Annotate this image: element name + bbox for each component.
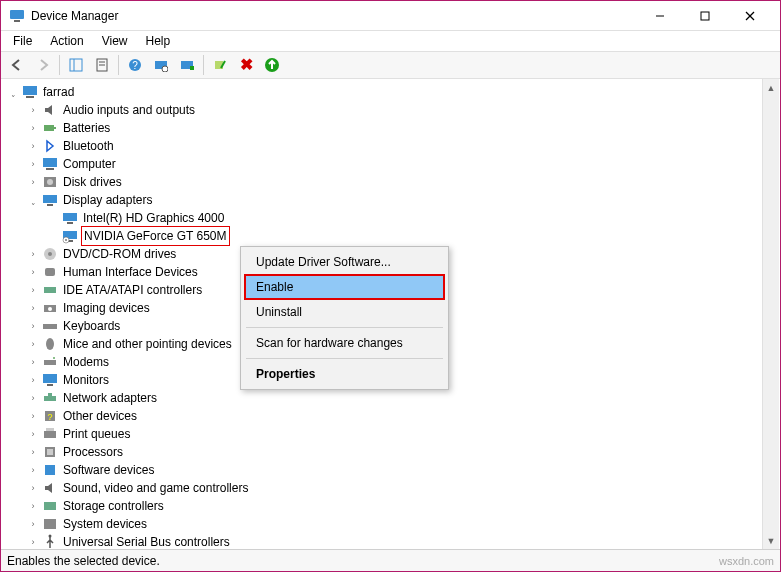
svg-rect-6 xyxy=(70,59,82,71)
expand-icon[interactable]: › xyxy=(27,284,39,296)
expand-icon[interactable]: › xyxy=(27,338,39,350)
device-category-icon: ? xyxy=(42,408,58,424)
tree-node[interactable]: ›System devices xyxy=(25,515,780,533)
device-category-icon xyxy=(42,498,58,514)
tree-node-label: Universal Serial Bus controllers xyxy=(61,533,232,549)
statusbar: Enables the selected device. wsxdn.com xyxy=(1,549,780,571)
ctx-scan-hardware[interactable]: Scan for hardware changes xyxy=(244,331,445,355)
svg-text:?: ? xyxy=(132,60,138,71)
enable-device-button[interactable] xyxy=(208,53,232,77)
expand-icon[interactable]: › xyxy=(27,392,39,404)
context-menu: Update Driver Software... Enable Uninsta… xyxy=(240,246,449,390)
tree-child-node[interactable]: ›Intel(R) HD Graphics 4000 xyxy=(45,209,780,227)
svg-rect-47 xyxy=(48,393,52,396)
device-category-icon xyxy=(42,120,58,136)
update-driver-button[interactable] xyxy=(260,53,284,77)
expand-icon[interactable]: › xyxy=(27,176,39,188)
tree-node[interactable]: ›Software devices xyxy=(25,461,780,479)
tree-node[interactable]: ›Computer xyxy=(25,155,780,173)
svg-point-57 xyxy=(49,535,52,538)
help-button[interactable]: ? xyxy=(123,53,147,77)
status-text: Enables the selected device. xyxy=(7,554,160,568)
expand-icon[interactable]: › xyxy=(27,320,39,332)
properties-button[interactable] xyxy=(90,53,114,77)
expand-icon[interactable]: › xyxy=(27,356,39,368)
tree-node[interactable]: ›?Other devices xyxy=(25,407,780,425)
menu-file[interactable]: File xyxy=(5,32,40,50)
svg-point-39 xyxy=(48,307,52,311)
tree-node-label: Batteries xyxy=(61,119,112,137)
device-category-icon xyxy=(42,390,58,406)
tree-node[interactable]: ›Sound, video and game controllers xyxy=(25,479,780,497)
expand-icon[interactable]: › xyxy=(27,158,39,170)
expand-icon[interactable]: › xyxy=(27,374,39,386)
menu-view[interactable]: View xyxy=(94,32,136,50)
vertical-scrollbar[interactable]: ▲ ▼ xyxy=(762,79,779,549)
svg-rect-36 xyxy=(45,268,55,276)
tree-root[interactable]: ˬ farrad xyxy=(5,83,780,101)
tree-node[interactable]: ›Audio inputs and outputs xyxy=(25,101,780,119)
expand-icon[interactable]: › xyxy=(27,122,39,134)
expand-icon[interactable]: › xyxy=(27,482,39,494)
tree-node[interactable]: ›Batteries xyxy=(25,119,780,137)
tree-node[interactable]: ›Network adapters xyxy=(25,389,780,407)
toolbar-separator xyxy=(203,55,204,75)
expand-icon[interactable]: › xyxy=(27,464,39,476)
expand-icon[interactable]: › xyxy=(27,104,39,116)
device-category-icon xyxy=(42,354,58,370)
expand-icon[interactable]: › xyxy=(27,536,39,548)
uninstall-button[interactable]: ✖ xyxy=(234,53,258,77)
scan-hardware-button[interactable] xyxy=(149,53,173,77)
collapse-icon[interactable]: ˬ xyxy=(27,194,39,206)
minimize-button[interactable] xyxy=(637,2,682,30)
tree-node[interactable]: ›Processors xyxy=(25,443,780,461)
tree-node[interactable]: ›Universal Serial Bus controllers xyxy=(25,533,780,549)
expand-icon[interactable]: › xyxy=(27,410,39,422)
device-category-icon xyxy=(42,462,58,478)
show-hide-tree-button[interactable] xyxy=(64,53,88,77)
expand-icon[interactable]: › xyxy=(27,428,39,440)
scroll-up-arrow[interactable]: ▲ xyxy=(763,79,779,96)
computer-icon xyxy=(22,84,38,100)
device-category-icon xyxy=(42,318,58,334)
show-hidden-button[interactable] xyxy=(175,53,199,77)
forward-button[interactable] xyxy=(31,53,55,77)
tree-node-label: DVD/CD-ROM drives xyxy=(61,245,178,263)
expand-icon[interactable]: › xyxy=(27,302,39,314)
ctx-update-driver[interactable]: Update Driver Software... xyxy=(244,250,445,274)
collapse-icon[interactable]: ˬ xyxy=(7,86,19,98)
tree-child-node[interactable]: ›NVIDIA GeForce GT 650M xyxy=(45,227,780,245)
svg-rect-27 xyxy=(43,195,57,203)
menu-action[interactable]: Action xyxy=(42,32,91,50)
tree-node-label: Print queues xyxy=(61,425,132,443)
tree-node[interactable]: ˬDisplay adapters xyxy=(25,191,780,209)
device-category-icon xyxy=(42,300,58,316)
svg-rect-24 xyxy=(46,168,54,170)
back-button[interactable] xyxy=(5,53,29,77)
ctx-properties[interactable]: Properties xyxy=(244,362,445,386)
svg-rect-56 xyxy=(44,519,56,529)
svg-point-26 xyxy=(47,179,53,185)
tree-node-label: Other devices xyxy=(61,407,139,425)
expand-icon[interactable]: › xyxy=(27,266,39,278)
device-category-icon xyxy=(42,246,58,262)
svg-rect-53 xyxy=(47,449,53,455)
scroll-down-arrow[interactable]: ▼ xyxy=(763,532,779,549)
device-category-icon xyxy=(42,174,58,190)
expand-icon[interactable]: › xyxy=(27,500,39,512)
expand-icon[interactable]: › xyxy=(27,140,39,152)
tree-node[interactable]: ›Print queues xyxy=(25,425,780,443)
expand-icon[interactable]: › xyxy=(27,518,39,530)
ctx-enable[interactable]: Enable xyxy=(244,274,445,300)
tree-node[interactable]: ›Bluetooth xyxy=(25,137,780,155)
close-button[interactable] xyxy=(727,2,772,30)
ctx-uninstall[interactable]: Uninstall xyxy=(244,300,445,324)
tree-node[interactable]: ›Storage controllers xyxy=(25,497,780,515)
tree-node[interactable]: ›Disk drives xyxy=(25,173,780,191)
maximize-button[interactable] xyxy=(682,2,727,30)
expand-icon[interactable]: › xyxy=(27,446,39,458)
menu-help[interactable]: Help xyxy=(138,32,179,50)
expand-icon[interactable]: › xyxy=(27,248,39,260)
tree-root-label: farrad xyxy=(41,83,76,101)
svg-text:?: ? xyxy=(47,412,52,422)
